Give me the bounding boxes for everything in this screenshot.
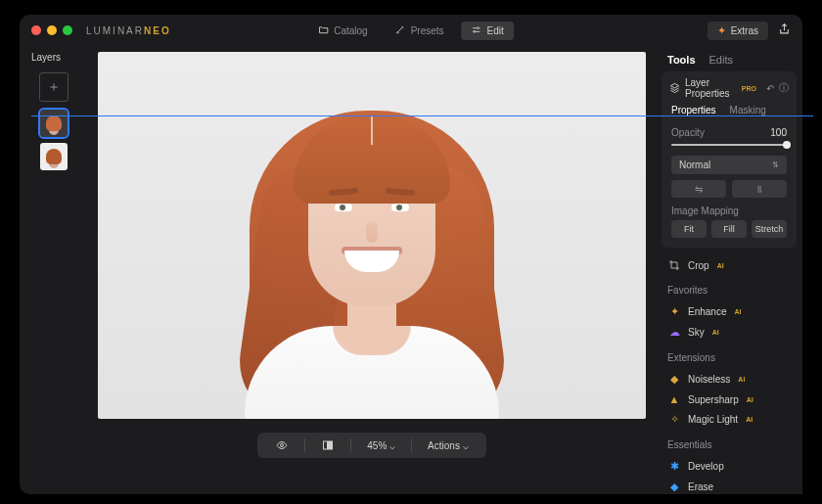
split-view-icon [321, 439, 335, 451]
canvas-area: 45% ⌵ Actions ⌵ [88, 46, 656, 494]
folder-icon [318, 24, 329, 37]
puzzle-icon: ✦ [717, 24, 726, 37]
zoom-select[interactable]: 45% ⌵ [361, 438, 401, 453]
layers-title: Layers [31, 52, 61, 63]
tool-develop[interactable]: ✱ Develop [667, 456, 791, 477]
sliders-icon [472, 24, 482, 37]
tools-list: Crop AI Favorites ✦ Enhance AI ☁ Sky AI … [656, 255, 802, 494]
add-layer-button[interactable]: ＋ [39, 72, 68, 102]
before-after-button[interactable] [315, 437, 341, 453]
tab-tools[interactable]: Tools [667, 54, 696, 66]
layer-properties-panel: Layer Properties PRO ↶ ⓘ Properties Mask… [662, 71, 797, 248]
svg-point-2 [281, 444, 284, 447]
map-fit-button[interactable]: Fit [671, 220, 707, 238]
svg-point-0 [478, 26, 480, 28]
app-brand: LUMINARNEO [86, 25, 171, 36]
nav-catalog[interactable]: Catalog [308, 22, 377, 40]
compare-toggle-button[interactable] [269, 437, 295, 453]
supersharp-icon: ▲ [667, 393, 681, 405]
image-mapping-label: Image Mapping [671, 206, 787, 216]
cloud-icon: ☁ [667, 326, 681, 339]
eye-icon [275, 439, 289, 451]
zoom-window-button[interactable] [63, 25, 72, 35]
chevron-updown-icon: ⇅ [772, 160, 779, 169]
opacity-label: Opacity [671, 127, 705, 138]
tool-erase[interactable]: ◆ Erase [667, 477, 791, 494]
app-window: LUMINARNEO Catalog Presets Edit [20, 15, 802, 494]
canvas-toolbar: 45% ⌵ Actions ⌵ [257, 433, 485, 458]
layer-thumbnail-2[interactable] [40, 143, 68, 170]
wand-icon [395, 24, 406, 37]
tool-crop[interactable]: Crop AI [667, 255, 791, 275]
group-extensions: Extensions [667, 352, 791, 363]
svg-rect-3 [324, 441, 328, 449]
panel-info-button[interactable]: ⓘ [779, 81, 789, 95]
panel-title: Layer Properties [685, 77, 737, 99]
group-favorites: Favorites [667, 285, 791, 296]
minimize-window-button[interactable] [47, 25, 57, 35]
layers-sidebar: Layers ＋ [20, 46, 88, 494]
sparkle-icon: ✦ [667, 305, 681, 318]
flip-vertical-button[interactable]: ⥮ [732, 180, 787, 198]
blend-mode-select[interactable]: Normal ⇅ [671, 156, 787, 174]
flip-v-icon: ⥮ [755, 184, 763, 195]
develop-icon: ✱ [667, 460, 681, 473]
image-canvas[interactable] [98, 52, 646, 419]
tab-edits[interactable]: Edits [709, 54, 733, 66]
reset-button[interactable]: ↶ [766, 83, 774, 94]
subtab-properties[interactable]: Properties [671, 105, 716, 115]
noiseless-icon: ◆ [667, 373, 681, 386]
svg-point-1 [474, 30, 476, 32]
tool-enhance[interactable]: ✦ Enhance AI [667, 301, 791, 322]
group-essentials: Essentials [667, 439, 791, 450]
actions-menu[interactable]: Actions ⌵ [422, 438, 475, 453]
top-nav: Catalog Presets Edit [308, 22, 514, 40]
nav-presets[interactable]: Presets [386, 22, 454, 40]
layer-thumbnail-1[interactable] [40, 110, 68, 137]
extras-button[interactable]: ✦ Extras [708, 22, 768, 40]
subtab-masking[interactable]: Masking [730, 105, 766, 115]
opacity-value: 100 [770, 127, 787, 138]
tool-sky[interactable]: ☁ Sky AI [667, 322, 791, 343]
tool-supersharp[interactable]: ▲ Supersharp AI [667, 389, 791, 409]
map-fill-button[interactable]: Fill [711, 220, 747, 238]
pro-badge: PRO [742, 85, 756, 92]
share-button[interactable] [778, 23, 791, 38]
right-panel: Tools Edits Layer Properties PRO ↶ ⓘ Pro… [656, 46, 802, 494]
svg-rect-4 [329, 441, 333, 449]
crop-icon [667, 259, 681, 271]
portrait-image [196, 86, 548, 419]
flip-h-icon: ⇋ [695, 184, 703, 195]
close-window-button[interactable] [31, 25, 41, 35]
titlebar: LUMINARNEO Catalog Presets Edit [20, 15, 802, 46]
opacity-slider[interactable] [671, 140, 787, 150]
erase-icon: ◆ [667, 481, 681, 493]
map-stretch-button[interactable]: Stretch [752, 220, 787, 238]
right-panel-tabs: Tools Edits [656, 46, 802, 71]
flip-horizontal-button[interactable]: ⇋ [671, 180, 726, 198]
layers-icon [669, 82, 680, 95]
tool-magiclight[interactable]: ✧ Magic Light AI [667, 409, 791, 430]
magiclight-icon: ✧ [667, 413, 681, 426]
nav-edit[interactable]: Edit [462, 22, 514, 40]
tool-noiseless[interactable]: ◆ Noiseless AI [667, 369, 791, 389]
